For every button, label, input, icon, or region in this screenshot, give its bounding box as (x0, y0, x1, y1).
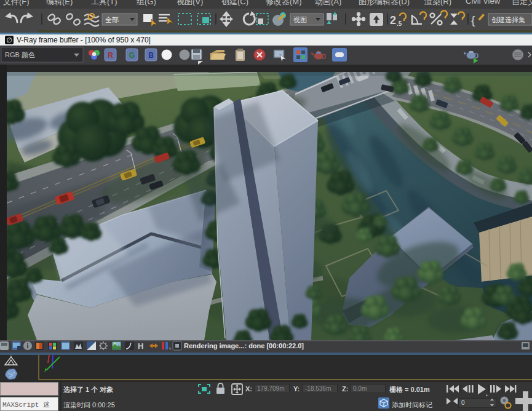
svg-text:RGB 颜色: RGB 颜色 (5, 51, 35, 58)
svg-text:全部: 全部 (105, 16, 119, 23)
svg-text:i: i (27, 343, 29, 349)
svg-text:H: H (138, 341, 143, 351)
svg-text:B: B (148, 51, 154, 60)
svg-text:.5: .5 (397, 20, 402, 27)
svg-text:视图: 视图 (293, 16, 307, 23)
svg-text:创建选择集: 创建选择集 (491, 16, 525, 23)
svg-text:R: R (108, 51, 113, 60)
svg-text:G: G (129, 51, 135, 60)
svg-text:2: 2 (390, 14, 396, 26)
svg-text:{: { (471, 14, 475, 26)
